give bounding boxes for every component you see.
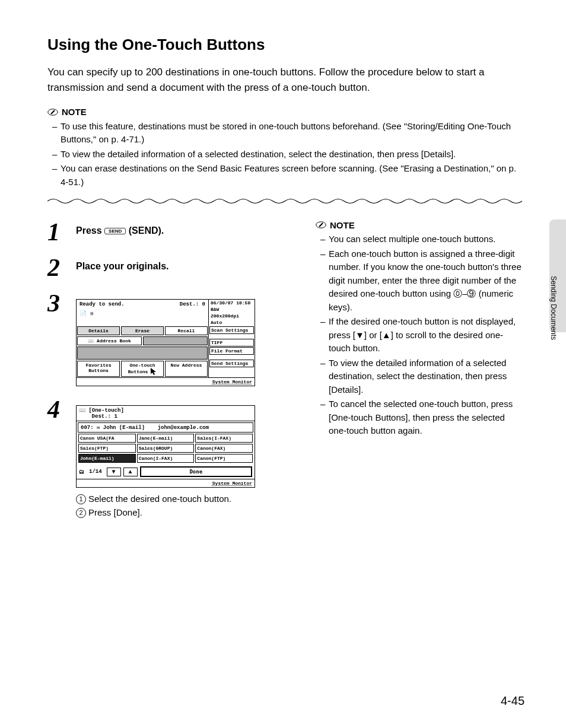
top-note-item: To use this feature, destinations must b… xyxy=(52,120,524,147)
right-note-block: NOTE You can select multiple one-touch b… xyxy=(316,220,524,438)
right-note-item: To cancel the selected one-touch button,… xyxy=(320,398,524,438)
one-touch-screen: 📖 [One-touch] Dest.: 1 007: ✉ John (E-ma… xyxy=(76,405,255,488)
dest-count: 0 xyxy=(202,301,205,307)
status-text: Ready to send. xyxy=(80,301,125,307)
step-3: 3 Ready to send. Dest.: 0 xyxy=(47,291,297,386)
tiff-button[interactable]: TIFF xyxy=(209,339,254,346)
right-note-item: You can select multiple one-touch button… xyxy=(320,233,524,246)
onetouch-cell[interactable]: Sales(GROUP) xyxy=(137,444,195,453)
onetouch-title: [One-touch] xyxy=(88,408,123,414)
mode-dpi: 200x200dpi xyxy=(209,313,255,319)
wavy-separator xyxy=(47,197,524,205)
send-basic-screen: Ready to send. Dest.: 0 📄 ≡ 06/30/07 10:… xyxy=(76,299,255,386)
system-monitor-link[interactable]: System Monitor xyxy=(77,377,255,386)
selected-name: John (E-mail) xyxy=(103,425,145,431)
blank-area xyxy=(77,346,208,360)
done-button[interactable]: Done xyxy=(140,466,252,477)
onetouch-cell[interactable]: Sales(FTP) xyxy=(78,444,136,453)
onetouch-dest-line: Dest.: 1 xyxy=(92,414,117,419)
step1-pre: Press xyxy=(76,225,104,236)
step1-post: (SEND). xyxy=(129,225,164,236)
erase-button[interactable]: Erase xyxy=(121,326,164,335)
intro-paragraph: You can specify up to 200 destinations i… xyxy=(47,65,524,96)
top-note-item: You can erase destinations on the Send B… xyxy=(52,162,524,189)
top-note-block: NOTE To use this feature, destinations m… xyxy=(47,107,524,189)
right-note-item: Each one-touch button is assigned a thre… xyxy=(320,247,524,314)
send-key-icon: SEND xyxy=(104,228,126,234)
send-settings-button[interactable]: Send Settings xyxy=(209,360,254,367)
mode-auto: Auto xyxy=(209,319,255,326)
selected-code: 007: xyxy=(81,425,94,431)
onetouch-cell[interactable]: Jane(E-mail) xyxy=(137,434,195,443)
step-number: 3 xyxy=(47,291,76,316)
onetouch-cell[interactable]: Sales(I-FAX) xyxy=(195,434,253,443)
substep-1-text: Select the desired one-touch button. xyxy=(88,494,231,504)
step-1: 1 Press SEND (SEND). xyxy=(47,220,297,244)
pencil-icon xyxy=(47,107,58,117)
page-down-button[interactable]: ▼ xyxy=(107,468,121,476)
onetouch-cell[interactable]: Canon USA(FA xyxy=(78,434,136,443)
details-button[interactable]: Details xyxy=(77,326,120,335)
onetouch-cell[interactable]: Canon(FAX) xyxy=(195,444,253,453)
substep-2-num: 2 xyxy=(76,508,86,518)
selected-address: john@example.com xyxy=(158,425,209,431)
right-note-item: If the desired one-touch button is not d… xyxy=(320,315,524,355)
mode-bw: B&W xyxy=(209,306,255,313)
chevron-up-icon: ▲ xyxy=(129,469,132,475)
step-number: 2 xyxy=(47,255,76,280)
onetouch-cell[interactable]: Canon(FTP) xyxy=(195,454,253,463)
onetouch-cell-selected[interactable]: John(E-mail) xyxy=(78,454,136,463)
recall-button[interactable]: Recall xyxy=(165,326,208,335)
step2-text: Place your originals. xyxy=(76,255,297,272)
new-address-button[interactable]: New Address xyxy=(165,361,208,377)
chapter-side-label: Sending Documents xyxy=(549,276,558,340)
section-heading: Using the One-Touch Buttons xyxy=(47,36,524,54)
step-number: 1 xyxy=(47,220,76,244)
cursor-icon xyxy=(151,369,157,374)
scan-settings-button[interactable]: Scan Settings xyxy=(209,326,254,334)
address-book-button[interactable]: 📖 Address Book xyxy=(77,336,142,345)
page-up-button[interactable]: ▲ xyxy=(123,468,138,476)
blank-area xyxy=(143,336,208,345)
note-label: NOTE xyxy=(62,107,87,117)
substep-2-text: Press [Done]. xyxy=(88,507,142,517)
datetime: 06/30/07 10:50 xyxy=(209,300,255,306)
chapter-side-tab: Sending Documents xyxy=(549,220,566,332)
file-format-button[interactable]: File Format xyxy=(209,347,254,355)
page-number: 4-45 xyxy=(501,694,524,708)
onetouch-cell[interactable]: Canon(I-FAX) xyxy=(137,454,195,463)
page-indicator: 1/14 xyxy=(87,469,104,475)
note-label: NOTE xyxy=(330,220,355,230)
substep-1-num: 1 xyxy=(76,494,86,504)
one-touch-buttons[interactable]: One-touch Buttons xyxy=(121,361,164,377)
right-note-item: To view the detailed information of a se… xyxy=(320,357,524,397)
step-number: 4 xyxy=(47,397,76,422)
favorites-buttons[interactable]: Favorites Buttons xyxy=(77,361,120,377)
system-monitor-link[interactable]: System Monitor xyxy=(77,479,255,487)
step-4: 4 📖 [One-touch] Dest.: 1 007: ✉ John (E-… xyxy=(47,397,297,519)
detail-icon[interactable]: 🗂 xyxy=(79,469,84,475)
chevron-down-icon: ▼ xyxy=(112,469,116,475)
pencil-icon xyxy=(316,220,326,230)
top-note-item: To view the detailed information of a se… xyxy=(52,148,524,161)
step-2: 2 Place your originals. xyxy=(47,255,297,280)
dest-label: Dest.: xyxy=(180,301,199,307)
